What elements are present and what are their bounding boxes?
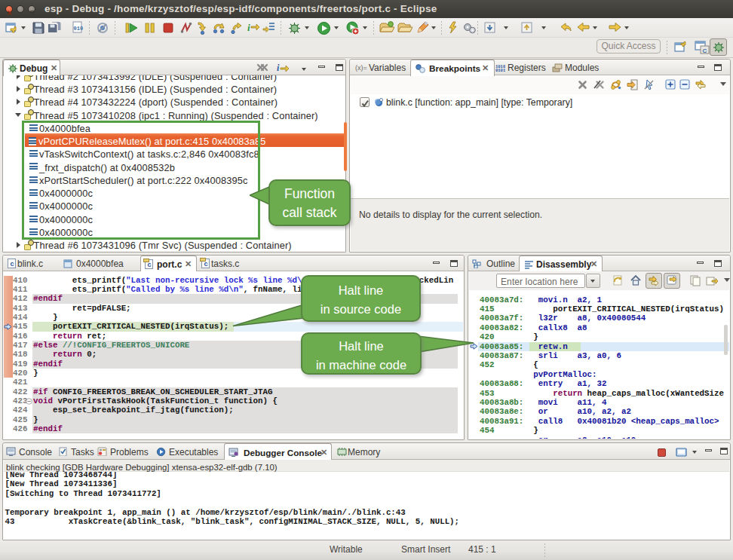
svg-text:C: C (703, 47, 707, 54)
svg-text:i: i (247, 22, 250, 33)
svg-text:0101: 0101 (495, 68, 505, 72)
svg-text:010: 010 (74, 26, 84, 32)
svg-text:i: i (277, 63, 280, 73)
